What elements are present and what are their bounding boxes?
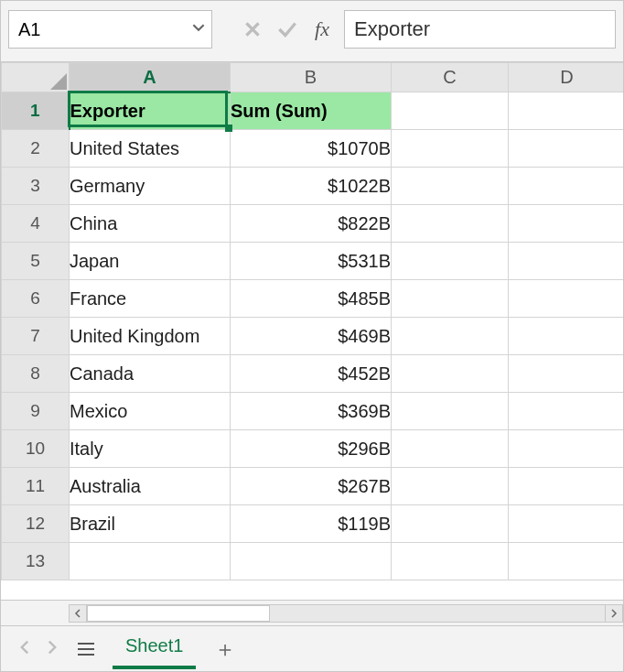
cell-A2[interactable]: United States	[70, 130, 231, 168]
grid-wrap: ABCD1ExporterSum (Sum)2United States$107…	[1, 62, 623, 580]
row-header-2[interactable]: 2	[2, 130, 70, 168]
cell-D12[interactable]	[509, 505, 624, 543]
tab-sheet1[interactable]: Sheet1	[113, 628, 196, 669]
cancel-icon[interactable]	[240, 16, 265, 42]
cell-C10[interactable]	[392, 430, 509, 468]
cell-B5[interactable]: $531B	[231, 243, 392, 280]
cell-B12[interactable]: $119B	[231, 505, 392, 543]
tab-nav-prev-icon[interactable]	[17, 638, 32, 659]
row-header-3[interactable]: 3	[2, 168, 70, 205]
cell-D6[interactable]	[509, 280, 624, 318]
cell-A12[interactable]: Brazil	[70, 505, 231, 543]
cell-A5[interactable]: Japan	[70, 243, 231, 280]
cell-D11[interactable]	[509, 468, 624, 505]
cell-C6[interactable]	[392, 280, 509, 318]
row-header-8[interactable]: 8	[2, 355, 70, 393]
grid-area: ABCD1ExporterSum (Sum)2United States$107…	[1, 62, 623, 625]
cell-A13[interactable]	[70, 543, 231, 580]
cell-B4[interactable]: $822B	[231, 205, 392, 243]
cell-D8[interactable]	[509, 355, 624, 393]
cell-C2[interactable]	[392, 130, 509, 168]
formula-input[interactable]	[344, 10, 616, 49]
row-header-10[interactable]: 10	[2, 430, 70, 468]
cell-A10[interactable]: Italy	[70, 430, 231, 468]
cell-D10[interactable]	[509, 430, 624, 468]
add-sheet-icon[interactable]: ＋	[209, 634, 242, 664]
cell-D9[interactable]	[509, 393, 624, 430]
cell-D7[interactable]	[509, 318, 624, 355]
cell-B6[interactable]: $485B	[231, 280, 392, 318]
row-header-12[interactable]: 12	[2, 505, 70, 543]
cell-B2[interactable]: $1070B	[231, 130, 392, 168]
cell-B13[interactable]	[231, 543, 392, 580]
cell-A3[interactable]: Germany	[70, 168, 231, 205]
column-header-A[interactable]: A	[70, 63, 231, 92]
cell-D2[interactable]	[509, 130, 624, 168]
cell-B9[interactable]: $369B	[231, 393, 392, 430]
cell-A1[interactable]: Exporter	[70, 92, 231, 130]
cell-C3[interactable]	[392, 168, 509, 205]
cell-C9[interactable]	[392, 393, 509, 430]
cell-A9[interactable]: Mexico	[70, 393, 231, 430]
cell-B7[interactable]: $469B	[231, 318, 392, 355]
formula-tools: fx	[221, 16, 335, 42]
confirm-icon[interactable]	[274, 16, 300, 42]
cell-B8[interactable]: $452B	[231, 355, 392, 393]
cell-D4[interactable]	[509, 205, 624, 243]
fill-handle[interactable]	[225, 125, 232, 132]
row-header-4[interactable]: 4	[2, 205, 70, 243]
cell-C7[interactable]	[392, 318, 509, 355]
cell-C12[interactable]	[392, 505, 509, 543]
cell-A6[interactable]: France	[70, 280, 231, 318]
fx-icon[interactable]: fx	[309, 16, 335, 42]
cell-D1[interactable]	[509, 92, 624, 130]
cell-A8[interactable]: Canada	[70, 355, 231, 393]
formula-bar: fx	[1, 1, 623, 62]
cell-D5[interactable]	[509, 243, 624, 280]
column-header-D[interactable]: D	[509, 63, 624, 92]
cell-C4[interactable]	[392, 205, 509, 243]
column-header-B[interactable]: B	[231, 63, 392, 92]
horizontal-scrollbar[interactable]	[1, 600, 623, 625]
cell-D3[interactable]	[509, 168, 624, 205]
cell-B11[interactable]: $267B	[231, 468, 392, 505]
scroll-track[interactable]	[87, 604, 605, 623]
scroll-right-icon[interactable]	[605, 604, 623, 623]
name-box[interactable]	[8, 10, 212, 49]
column-header-C[interactable]: C	[392, 63, 509, 92]
cell-C5[interactable]	[392, 243, 509, 280]
select-all-corner[interactable]	[2, 63, 70, 92]
cell-D13[interactable]	[509, 543, 624, 580]
cell-A11[interactable]: Australia	[70, 468, 231, 505]
sheet-tabs-bar: Sheet1 ＋	[1, 625, 623, 671]
row-header-7[interactable]: 7	[2, 318, 70, 355]
row-header-11[interactable]: 11	[2, 468, 70, 505]
scroll-thumb[interactable]	[87, 605, 270, 622]
tab-nav-next-icon[interactable]	[45, 638, 59, 659]
spreadsheet[interactable]: ABCD1ExporterSum (Sum)2United States$107…	[1, 62, 623, 580]
row-header-6[interactable]: 6	[2, 280, 70, 318]
row-header-5[interactable]: 5	[2, 243, 70, 280]
cell-C1[interactable]	[392, 92, 509, 130]
cell-A7[interactable]: United Kingdom	[70, 318, 231, 355]
name-box-wrap	[8, 10, 212, 49]
row-header-9[interactable]: 9	[2, 393, 70, 430]
scroll-left-icon[interactable]	[69, 604, 87, 623]
row-header-1[interactable]: 1	[2, 92, 70, 130]
cell-A4[interactable]: China	[70, 205, 231, 243]
cell-B10[interactable]: $296B	[231, 430, 392, 468]
cell-C13[interactable]	[392, 543, 509, 580]
cell-B1[interactable]: Sum (Sum)	[231, 92, 392, 130]
cell-C8[interactable]	[392, 355, 509, 393]
all-sheets-icon[interactable]	[72, 643, 100, 656]
cell-C11[interactable]	[392, 468, 509, 505]
cell-B3[interactable]: $1022B	[231, 168, 392, 205]
row-header-13[interactable]: 13	[2, 543, 70, 580]
